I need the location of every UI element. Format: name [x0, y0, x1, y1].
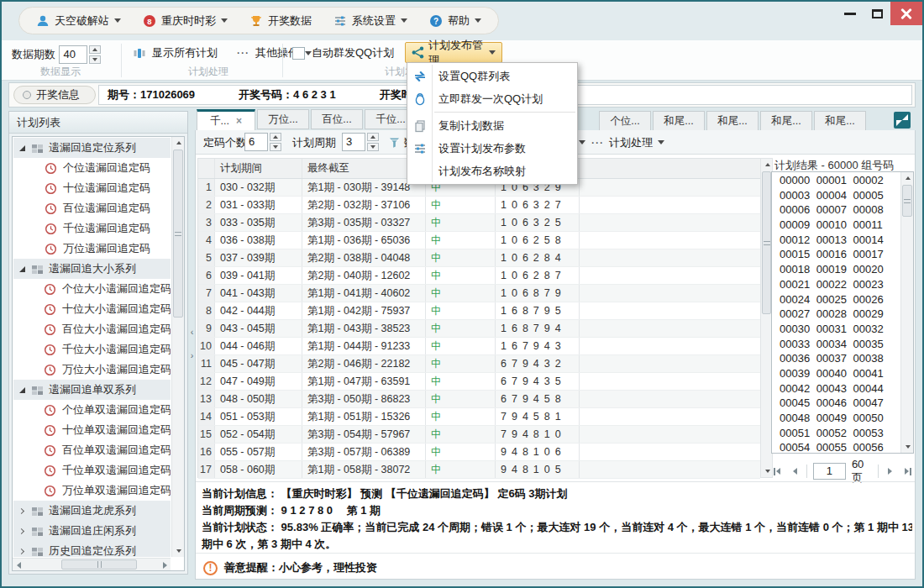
scroll-thumb[interactable] [762, 171, 771, 314]
table-row[interactable]: 11045 - 047期第2期 - 046期 - 22182中679432 [198, 355, 760, 373]
result-row[interactable]: 00054 00055 00056 [773, 440, 900, 452]
cycle-spinner[interactable] [367, 133, 379, 151]
spin-down-icon[interactable] [89, 55, 101, 64]
tree-item[interactable]: 千位单双遗漏回追定码 [13, 460, 171, 480]
auto-qq-checkbox[interactable] [292, 47, 305, 60]
expand-icon[interactable] [18, 548, 24, 554]
menu-item-help[interactable]: ?帮助 [429, 13, 481, 29]
table-row[interactable]: 14051 - 053期第1期 - 051期 - 15326中794581 [198, 408, 760, 426]
tree-item[interactable]: 个位大小遗漏回追定码 [13, 279, 171, 299]
tab[interactable]: 和尾... [653, 111, 705, 131]
sidebar-hscrollbar[interactable] [13, 558, 171, 570]
expand-icon[interactable] [18, 528, 24, 533]
spin-up-icon[interactable] [89, 45, 101, 54]
result-row[interactable]: 00051 00052 00053 [773, 426, 900, 441]
scroll-down-icon[interactable] [172, 545, 185, 557]
scroll-up-icon[interactable] [172, 137, 185, 149]
menu-item[interactable]: 设置QQ群列表 [407, 65, 577, 87]
page-input[interactable]: 1 [813, 463, 846, 480]
table-row[interactable]: 10044 - 046期第1期 - 044期 - 91233中167943 [198, 338, 760, 355]
tree-item[interactable]: 万位遗漏回追定码 [13, 239, 171, 259]
result-row[interactable]: 00045 00046 00047 [773, 396, 900, 411]
tab[interactable]: 千...× [197, 109, 255, 131]
tree-item[interactable]: 个位单双遗漏回追定码 [13, 400, 171, 420]
plan-process-button[interactable]: ⋯ 计划处理 [591, 134, 664, 151]
menu-item[interactable]: 复制计划数据 [407, 114, 577, 137]
tree-item[interactable]: 十位遗漏回追定码 [13, 178, 171, 198]
result-row[interactable]: 00015 00016 00017 [773, 247, 900, 262]
publish-manage-button[interactable]: 计划发布管理 [405, 42, 502, 63]
tree-item[interactable]: 十位大小遗漏回追定码 [13, 299, 171, 319]
table-row[interactable]: 2031 - 033期第2期 - 032期 - 37106中106327 [198, 197, 760, 214]
tab[interactable]: 和尾... [760, 111, 812, 131]
tree-item[interactable]: 十位单双遗漏回追定码 [13, 420, 171, 440]
menu-item-lottery[interactable]: 8重庆时时彩 [143, 13, 228, 29]
scroll-right-icon[interactable] [159, 559, 171, 571]
table-row[interactable]: 4036 - 038期第1期 - 036期 - 65036中106258 [198, 232, 760, 249]
result-row[interactable]: 00012 00013 00014 [773, 233, 900, 248]
tree-item[interactable]: 万位大小遗漏回追定码 [13, 360, 171, 380]
sidebar-vscrollbar[interactable] [171, 137, 184, 557]
periods-input[interactable]: 40 [59, 45, 87, 64]
result-row[interactable]: 00030 00031 00032 [773, 322, 900, 337]
first-page-button[interactable] [771, 465, 783, 478]
draw-info-button[interactable]: 开奖信息 [13, 86, 96, 104]
result-row[interactable]: 00048 00049 00050 [773, 411, 900, 426]
maximize-panel-button[interactable] [894, 112, 911, 129]
menu-item[interactable]: 计划发布名称映射 [407, 160, 577, 182]
result-row[interactable]: 00036 00037 00038 [773, 351, 900, 366]
table-row[interactable]: 6039 - 041期第2期 - 040期 - 12602中106287 [198, 267, 760, 285]
tree-item[interactable]: 百位遗漏回追定码 [13, 198, 171, 218]
collapse-icon[interactable] [19, 387, 25, 393]
tree-item[interactable]: 千位大小遗漏回追定码 [13, 339, 171, 360]
tree-group[interactable]: 遗漏回追龙虎系列 [13, 501, 171, 521]
tab[interactable]: 万位... [257, 109, 309, 129]
tab-close-icon[interactable]: × [236, 115, 242, 127]
scroll-thumb[interactable] [173, 150, 183, 318]
scroll-up-icon[interactable] [901, 172, 914, 184]
tree-item[interactable]: 个位遗漏回追定码 [13, 158, 171, 178]
collapse-icon[interactable] [19, 145, 25, 151]
table-row[interactable]: 5037 - 039期第2期 - 038期 - 04048中106284 [198, 249, 760, 267]
result-row[interactable]: 00021 00022 00023 [773, 277, 900, 292]
codes-spinner[interactable] [270, 133, 281, 151]
tree-group[interactable]: 历史回追定位系列 [13, 541, 171, 557]
tree-item[interactable]: 万位单双遗漏回追定码 [13, 480, 171, 501]
show-all-plans-button[interactable]: 显示所有计划 [152, 45, 218, 60]
result-row[interactable]: 00003 00004 00005 [773, 188, 900, 203]
result-row[interactable]: 00027 00028 00029 [773, 307, 900, 322]
tree-item[interactable]: 千位遗漏回追定码 [13, 218, 171, 239]
result-row[interactable]: 00042 00043 00044 [773, 381, 900, 396]
tree-group[interactable]: 遗漏回追大小系列 [13, 259, 171, 279]
next-page-button[interactable] [885, 465, 896, 478]
tree-group[interactable]: 遗漏回追庄闲系列 [13, 521, 171, 541]
scroll-down-icon[interactable] [901, 441, 914, 453]
col-period[interactable]: 计划期间 [215, 159, 302, 178]
tree-group[interactable]: 遗漏回追单双系列 [13, 380, 171, 400]
menu-item-settings[interactable]: 系统设置 [333, 13, 407, 29]
scroll-up-icon[interactable] [761, 159, 774, 171]
result-row[interactable]: 00018 00019 00020 [773, 262, 900, 277]
table-row[interactable]: 13048 - 050期第3期 - 050期 - 86823中679458 [198, 391, 760, 408]
tab[interactable]: 百位... [311, 109, 363, 129]
result-row[interactable]: 00033 00034 00035 [773, 337, 900, 352]
cycle-input[interactable]: 3 [342, 133, 365, 151]
tree-item[interactable]: 百位大小遗漏回追定码 [13, 319, 171, 339]
codes-input[interactable]: 6 [244, 133, 268, 151]
table-row[interactable]: 12047 - 049期第1期 - 047期 - 63591中679435 [198, 373, 760, 391]
menu-item-draw-data[interactable]: 开奖数据 [249, 13, 312, 29]
tree-item[interactable]: 百位单双遗漏回追定码 [13, 440, 171, 460]
menu-item[interactable]: 立即群发一次QQ计划 [407, 87, 577, 110]
result-row[interactable]: 00009 00010 00011 [773, 218, 900, 233]
periods-spinner[interactable] [89, 45, 101, 64]
tab[interactable]: 和尾... [814, 111, 866, 131]
last-page-button[interactable] [902, 465, 914, 478]
minimize-button[interactable] [837, 2, 864, 25]
close-button[interactable] [890, 2, 922, 25]
table-row[interactable]: 16055 - 057期第3期 - 057期 - 06389中948106 [198, 444, 760, 461]
table-row[interactable]: 15052 - 054期第3期 - 054期 - 57967中794810 [198, 426, 760, 444]
scroll-thumb[interactable] [61, 559, 137, 570]
menu-item-site[interactable]: 天空破解站 [36, 13, 121, 29]
result-row[interactable]: 00039 00040 00041 [773, 366, 900, 381]
result-row[interactable]: 00000 00001 00002 [773, 173, 900, 188]
